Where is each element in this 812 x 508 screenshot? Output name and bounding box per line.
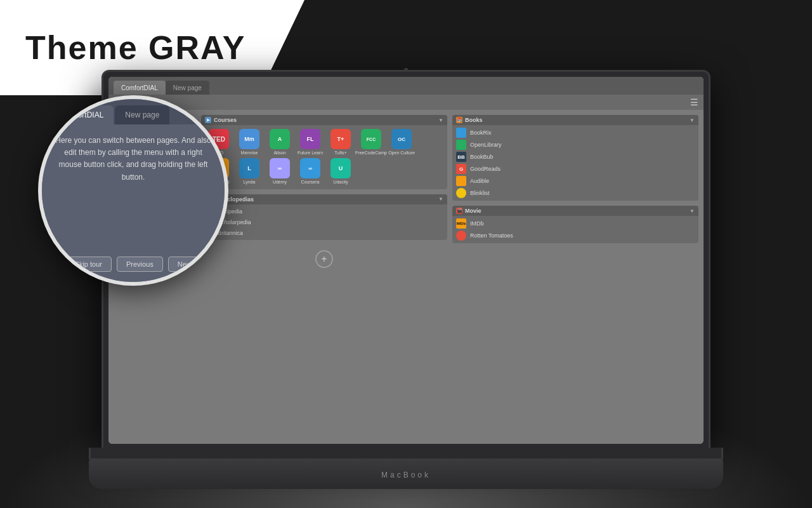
app-coursera[interactable]: ∞ Coursera [296,158,324,185]
futurelearn-label: Future Learn [298,150,323,156]
next-button[interactable]: Next [168,257,202,272]
audible-item[interactable]: Audible [456,176,695,186]
encyclopedias-header: W Encyclopedias ▼ [201,194,447,204]
coursera-label: Coursera [301,180,320,185]
udemy-label: Udemy [273,180,287,185]
app-openculture[interactable]: OC Open Culture [388,129,416,156]
books-list: BookRix OpenLibrary BB BookBub [452,125,698,201]
bookbub-icon: BB [456,152,466,162]
courses-chevron[interactable]: ▼ [438,117,443,123]
laptop-hinge [89,448,723,460]
tooltip-text: Here you can switch between pages. And a… [55,135,212,184]
app-tufts[interactable]: T+ Tufts+ [327,129,355,156]
futurelearn-icon: FL [300,129,320,149]
encyclopedias-chevron[interactable]: ▼ [438,196,443,202]
movies-header: 🎬 Movie ▼ [452,206,698,216]
add-button[interactable]: + [315,250,333,268]
bookbub-item[interactable]: BB BookBub [456,152,695,162]
movies-list: IMDb IMDb Rotten Tomatoes [452,216,698,243]
movies-title: Movie [465,208,481,214]
mag-tab-newpage[interactable]: New page [115,105,169,124]
blinklist-label: Blinklist [470,190,490,196]
openlibrary-label: OpenLibrary [470,142,502,148]
lynda-icon: L [239,158,259,178]
bookrix-label: BookRix [470,130,492,136]
rottentomatoes-item[interactable]: Rotten Tomatoes [456,231,695,241]
camera-dot [404,68,408,72]
laptop-container: ComfortDIAL New page ☰ [89,70,723,489]
udacity-label: Udacity [333,180,348,185]
tab-comfortdial[interactable]: ComfortDIAL [114,81,166,95]
blinklist-icon [456,188,466,198]
openlibrary-icon [456,140,466,150]
scholarpedia-item[interactable]: S Scholarpedia [205,218,443,227]
movies-section: 🎬 Movie ▼ IMDb IMDb [452,206,698,243]
books-movies-column: 📚 Books ▼ BookRix [452,115,698,439]
fcc-icon: FCC [361,129,381,149]
app-lynda[interactable]: L Lynda [235,158,263,185]
rottentomatoes-label: Rotten Tomatoes [470,232,513,239]
openlibrary-item[interactable]: OpenLibrary [456,140,695,150]
fcc-label: FreeCodeCamp [355,150,387,156]
encyclopedias-section: W Encyclopedias ▼ W Wikipedia [201,194,447,240]
courses-section: ▶ Courses ▼ TED TED [201,115,447,189]
theme-title: Theme GRAY [25,29,246,67]
app-memrise[interactable]: Mm Memrise [235,129,263,156]
imdb-label: IMDb [470,220,484,227]
tab-new-page[interactable]: New page [166,81,209,95]
movies-chevron[interactable]: ▼ [690,208,695,214]
right-area: ▶ Courses ▼ TED TED [201,115,698,439]
blinklist-item[interactable]: Blinklist [456,188,695,198]
tab-bar: ComfortDIAL New page [108,77,704,95]
app-futurelearn[interactable]: FL Future Learn [296,129,324,156]
app-alison[interactable]: A Alison [266,129,294,156]
goodreads-label: GoodReads [470,166,501,172]
movies-header-left: 🎬 Movie [456,208,481,214]
wikipedia-item[interactable]: W Wikipedia [205,207,443,216]
memrise-label: Memrise [241,150,258,156]
magnified-content: ComfortDIAL New page Here you can switch… [42,99,225,282]
books-section: 📚 Books ▼ BookRix [452,115,698,201]
app-udacity[interactable]: U Udacity [327,158,355,185]
udemy-icon: ∞ [270,158,290,178]
books-header-left: 📚 Books [456,117,483,123]
app-udemy[interactable]: ∞ Udemy [266,158,294,185]
laptop-bottom: MacBook [89,460,723,489]
macbook-brand: MacBook [381,471,431,479]
tooltip-content: Here you can switch between pages. And a… [42,124,225,282]
magnified-tooltip-overlay: ComfortDIAL New page Here you can switch… [38,95,228,286]
udacity-icon: U [331,158,351,178]
tufts-icon: T+ [331,129,351,149]
menu-icon[interactable]: ☰ [690,97,698,107]
books-chevron[interactable]: ▼ [690,117,695,123]
previous-button[interactable]: Previous [117,257,163,272]
books-header: 📚 Books ▼ [452,115,698,125]
books-title: Books [465,117,483,123]
skip-tour-button[interactable]: Skip tour [65,257,112,272]
alison-icon: A [270,129,290,149]
imdb-item[interactable]: IMDb IMDb [456,218,695,229]
tufts-label: Tufts+ [334,150,346,156]
courses-header: ▶ Courses ▼ [201,115,447,125]
memrise-icon: Mm [239,129,259,149]
goodreads-icon: G [456,164,466,174]
movies-icon: 🎬 [456,208,462,214]
encyclopedias-list: W Wikipedia S Scholarpedia B [201,204,447,240]
britannica-item[interactable]: B Britannica [205,229,443,237]
mag-tab-comfortdial[interactable]: ComfortDIAL [49,105,114,124]
alison-label: Alison [273,150,285,156]
courses-grid: TED TED Mm Memrise A Ali [201,125,447,189]
openculture-label: Open Culture [388,150,415,156]
audible-label: Audible [470,178,489,184]
lynda-label: Lynda [244,180,256,185]
tooltip-buttons: Skip tour Previous Next [55,249,212,272]
openculture-icon: OC [391,129,412,149]
goodreads-item[interactable]: G GoodReads [456,164,695,174]
audible-icon [456,176,466,186]
laptop-base: MacBook [89,448,723,489]
coursera-icon: ∞ [300,158,320,178]
app-freecodecamp[interactable]: FCC FreeCodeCamp [357,129,385,156]
bookrix-item[interactable]: BookRix [456,128,695,138]
books-icon: 📚 [456,117,462,123]
imdb-icon: IMDb [456,218,466,229]
